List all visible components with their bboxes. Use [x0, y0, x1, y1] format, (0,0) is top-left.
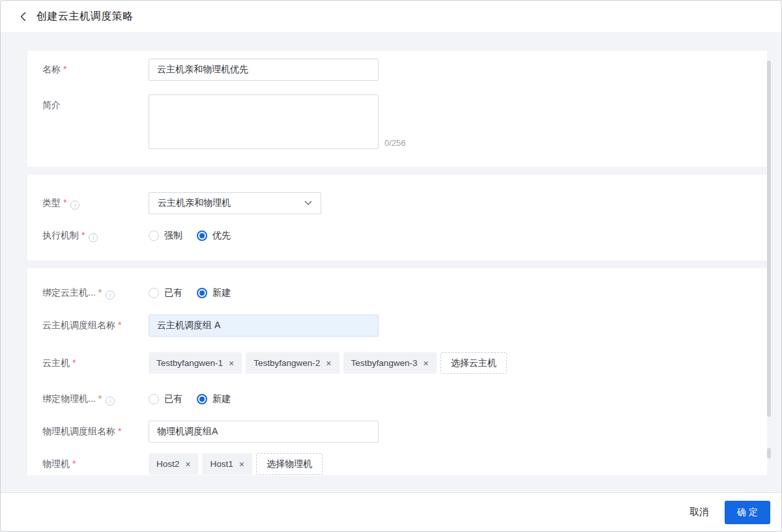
required-asterisk: * — [118, 320, 121, 330]
info-circle-icon[interactable]: i — [89, 233, 98, 242]
required-asterisk: * — [81, 230, 85, 240]
radio-checked-icon — [197, 394, 207, 404]
type-label: 类型*i — [27, 192, 149, 210]
form-content: 名称* 简介 0/256 类型*i 云主机亲和物 — [1, 33, 781, 492]
page-header: 创建云主机调度策略 — [1, 1, 781, 33]
page-title: 创建云主机调度策略 — [36, 10, 134, 23]
remove-tag-icon[interactable]: × — [326, 359, 331, 368]
mechanism-label: 执行机制*i — [27, 229, 149, 242]
vms-label: 云主机* — [27, 352, 149, 369]
radio-unchecked-icon — [149, 394, 159, 404]
type-card: 类型*i 云主机亲和物理机 执行机制*i 强制 — [27, 175, 767, 260]
name-row: 名称* — [27, 59, 767, 81]
host-tag: Host2 × — [149, 453, 198, 475]
required-asterisk: * — [63, 64, 66, 74]
char-counter: 0/256 — [384, 138, 406, 149]
radio-checked-icon — [197, 288, 207, 298]
host-tag: Host1 × — [202, 453, 252, 475]
binding-card: 绑定云主机...*i 已有 新建 云主机调度组名称* — [27, 268, 767, 475]
remove-tag-icon[interactable]: × — [239, 460, 244, 469]
radio-option-existing[interactable]: 已有 — [149, 393, 182, 405]
radio-option-create[interactable]: 新建 — [197, 287, 231, 299]
type-select-value: 云主机亲和物理机 — [158, 197, 231, 209]
info-circle-icon[interactable]: i — [106, 290, 115, 300]
required-asterisk: * — [98, 393, 102, 404]
required-asterisk: * — [118, 426, 121, 436]
host-tag-list: Host2 × Host1 × 选择物理机 — [149, 453, 323, 475]
vm-group-name-row: 云主机调度组名称* — [27, 315, 767, 337]
required-asterisk: * — [72, 458, 76, 469]
chevron-left-icon — [20, 12, 26, 21]
name-input[interactable] — [149, 59, 379, 81]
vm-group-bind-label: 绑定云主机...*i — [27, 287, 149, 300]
basic-info-card: 名称* 简介 0/256 — [27, 51, 767, 167]
vm-group-name-label: 云主机调度组名称* — [27, 315, 149, 331]
remove-tag-icon[interactable]: × — [424, 359, 429, 368]
type-select[interactable]: 云主机亲和物理机 — [149, 192, 321, 214]
back-button[interactable] — [18, 9, 29, 24]
vm-tag-list: Testbyfangwen-1 × Testbyfangwen-2 × Test… — [149, 352, 507, 374]
host-group-bind-row: 绑定物理机...*i 已有 新建 — [27, 393, 767, 406]
host-group-name-input[interactable] — [149, 421, 379, 443]
vm-tag: Testbyfangwen-3 × — [343, 352, 437, 374]
mechanism-radio-group: 强制 优先 — [149, 229, 245, 242]
vm-tag: Testbyfangwen-1 × — [149, 352, 242, 374]
vm-group-name-input[interactable] — [149, 315, 379, 337]
hosts-label: 物理机* — [27, 453, 149, 470]
radio-option-create[interactable]: 新建 — [197, 393, 231, 405]
radio-unchecked-icon — [149, 288, 159, 298]
radio-checked-icon — [197, 231, 207, 241]
description-row: 简介 0/256 — [27, 94, 767, 149]
description-field-wrap: 0/256 — [149, 94, 406, 149]
vertical-scrollbar-thumb[interactable] — [767, 61, 771, 417]
cancel-button[interactable]: 取消 — [682, 501, 717, 524]
required-asterisk: * — [72, 357, 76, 368]
mechanism-row: 执行机制*i 强制 优先 — [27, 229, 767, 242]
vertical-scrollbar-thumb-lower[interactable] — [767, 448, 771, 458]
vm-group-bind-radio-group: 已有 新建 — [149, 287, 245, 299]
select-host-button[interactable]: 选择物理机 — [256, 453, 323, 475]
host-group-name-row: 物理机调度组名称* — [27, 421, 767, 443]
confirm-button[interactable]: 确 定 — [725, 501, 770, 524]
chevron-down-icon — [304, 201, 312, 206]
radio-option-force[interactable]: 强制 — [149, 230, 182, 242]
type-row: 类型*i 云主机亲和物理机 — [27, 192, 767, 214]
required-asterisk: * — [98, 287, 102, 298]
required-asterisk: * — [63, 197, 66, 208]
vms-row: 云主机* Testbyfangwen-1 × Testbyfangwen-2 ×… — [27, 352, 767, 374]
remove-tag-icon[interactable]: × — [229, 359, 234, 368]
info-circle-icon[interactable]: i — [70, 201, 80, 210]
description-label: 简介 — [27, 94, 149, 111]
page-footer: 取消 确 定 — [1, 492, 781, 531]
host-group-bind-radio-group: 已有 新建 — [149, 393, 245, 405]
create-vm-scheduling-policy-page: 创建云主机调度策略 名称* 简介 0/256 — [0, 0, 782, 532]
radio-option-soft[interactable]: 优先 — [197, 230, 231, 242]
radio-unchecked-icon — [149, 231, 159, 241]
info-circle-icon[interactable]: i — [106, 397, 115, 406]
vm-group-bind-row: 绑定云主机...*i 已有 新建 — [27, 287, 767, 300]
hosts-row: 物理机* Host2 × Host1 × 选择物理机 — [27, 453, 767, 475]
name-label: 名称* — [27, 59, 149, 76]
description-textarea[interactable] — [149, 94, 379, 149]
select-vm-button[interactable]: 选择云主机 — [441, 352, 507, 374]
host-group-name-label: 物理机调度组名称* — [27, 421, 149, 438]
vm-tag: Testbyfangwen-2 × — [246, 352, 339, 374]
remove-tag-icon[interactable]: × — [185, 460, 190, 469]
host-group-bind-label: 绑定物理机...*i — [27, 393, 149, 406]
radio-option-existing[interactable]: 已有 — [149, 287, 182, 299]
